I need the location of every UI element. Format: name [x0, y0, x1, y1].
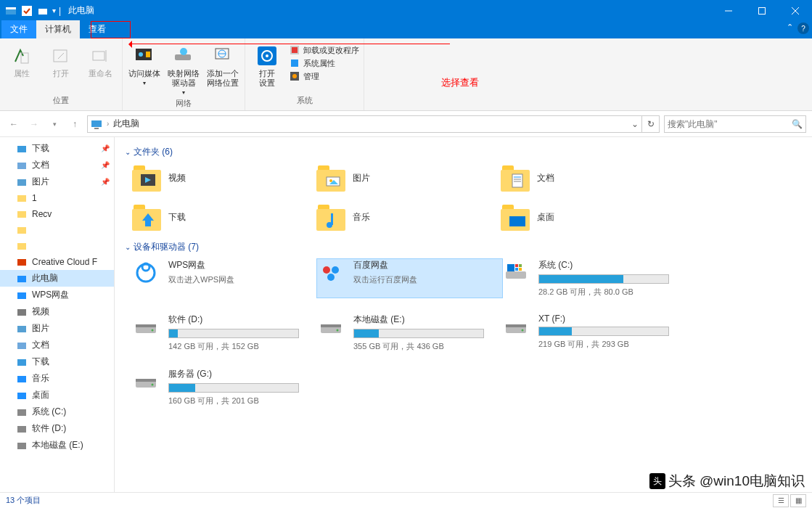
sidebar-item-folder1[interactable]: 1 — [0, 190, 114, 206]
navigation-bar: ← → ▾ ↑ › 此电脑 ⌄ ↻ 🔍 — [0, 111, 812, 137]
svg-rect-15 — [175, 54, 191, 60]
svg-rect-33 — [17, 195, 26, 202]
sidebar-item-music[interactable]: 音乐 — [0, 370, 114, 387]
sidebar-item-pictures2[interactable]: 图片 — [0, 320, 114, 337]
add-network-location-button[interactable]: 添加一个 网络位置 — [205, 41, 240, 88]
drive-subtext: 28.2 GB 可用，共 80.0 GB — [538, 287, 669, 298]
folder-desktop[interactable]: 桌面 — [501, 203, 660, 231]
videos-icon — [16, 306, 28, 318]
sidebar-item-pictures[interactable]: 图片📌 — [0, 173, 114, 190]
minimize-button[interactable] — [712, 0, 745, 21]
drive-subtext: 142 GB 可用，共 152 GB — [168, 341, 299, 352]
drive-wps[interactable]: WPS网盘双击进入WPS网盘 — [132, 259, 317, 298]
status-bar: 13 个项目 ☰ ▦ — [0, 492, 812, 508]
map-drive-button[interactable]: 映射网络 驱动器▾ — [166, 41, 201, 97]
sidebar-item-desktop[interactable]: 桌面 — [0, 387, 114, 403]
svg-rect-14 — [146, 52, 150, 57]
system-properties-button[interactable]: 系统属性 — [289, 57, 359, 69]
drive-baidu-icon — [317, 259, 345, 287]
folder-pictures[interactable]: 图片 — [316, 164, 476, 192]
drives-group-header[interactable]: ⌄ 设备和驱动器 (7) — [125, 241, 809, 253]
drive-e[interactable]: 本地磁盘 (E:)355 GB 可用，共 436 GB — [317, 314, 502, 352]
svg-point-78 — [337, 329, 339, 332]
ribbon-collapse-icon[interactable]: ⌃ — [787, 22, 793, 34]
sidebar-item-thispc[interactable]: 此电脑 — [0, 270, 114, 287]
folder-downloads[interactable]: 下载 — [132, 203, 292, 231]
sidebar-item-folder4[interactable] — [0, 238, 114, 254]
recent-locations-icon[interactable]: ▾ — [46, 116, 62, 132]
drive-subtext: 双击进入WPS网盘 — [168, 274, 234, 285]
maximize-button[interactable] — [745, 0, 779, 21]
back-button[interactable]: ← — [6, 116, 22, 132]
drive-d[interactable]: 软件 (D:)142 GB 可用，共 152 GB — [132, 314, 317, 352]
sidebar-item-downloads[interactable]: 下载📌 — [0, 140, 114, 157]
toutiao-icon: 头 — [649, 473, 665, 489]
sidebar-item-documents[interactable]: 文档📌 — [0, 157, 114, 173]
search-icon[interactable]: 🔍 — [792, 119, 803, 129]
search-input[interactable] — [668, 119, 792, 129]
tab-file[interactable]: 文件 — [1, 20, 36, 38]
search-box[interactable]: 🔍 — [664, 115, 806, 133]
sidebar-item-wps[interactable]: WPS网盘 — [0, 287, 114, 303]
svg-point-52 — [329, 179, 332, 182]
open-button[interactable]: 打开 — [44, 41, 78, 78]
svg-rect-70 — [519, 264, 522, 267]
tab-computer[interactable]: 计算机 — [36, 20, 80, 38]
address-bar[interactable]: › 此电脑 ⌄ — [87, 115, 642, 133]
uninstall-button[interactable]: 卸载或更改程序 — [289, 44, 359, 56]
drive-baidu[interactable]: 百度网盘双击运行百度网盘 — [317, 259, 502, 298]
chevron-down-icon: ⌄ — [125, 148, 131, 156]
svg-rect-77 — [321, 324, 341, 327]
desktop-folder-icon — [501, 203, 530, 231]
folders-group-header[interactable]: ⌄ 文件夹 (6) — [125, 146, 809, 158]
qat-dropdown-icon[interactable]: ▾ — [52, 7, 56, 15]
svg-rect-42 — [17, 343, 26, 349]
sidebar-item-drived[interactable]: 软件 (D:) — [0, 420, 114, 437]
drive-usage-bar — [538, 327, 669, 336]
drive-c[interactable]: 系统 (C:)28.2 GB 可用，共 80.0 GB — [502, 259, 687, 298]
details-view-button[interactable]: ☰ — [773, 494, 789, 507]
sidebar-item-label: 文档 — [32, 339, 49, 351]
up-button[interactable]: ↑ — [67, 116, 83, 132]
access-media-button[interactable]: 访问媒体▾ — [127, 41, 162, 87]
properties-button[interactable]: 属性 — [4, 41, 39, 78]
folder-videos[interactable]: 视频 — [132, 164, 292, 192]
manage-button[interactable]: 管理 — [289, 70, 359, 82]
window-title: 此电脑 — [68, 4, 94, 17]
refresh-button[interactable]: ↻ — [642, 115, 660, 133]
folder-documents[interactable]: 文档 — [501, 164, 660, 192]
svg-rect-74 — [136, 324, 156, 327]
icons-view-button[interactable]: ▦ — [790, 494, 806, 507]
folder-icon[interactable] — [36, 4, 49, 17]
drive-usage-bar — [353, 329, 484, 338]
svg-rect-37 — [17, 259, 26, 266]
sidebar-item-label: 图片 — [32, 176, 49, 188]
rename-button[interactable]: 重命名 — [83, 41, 118, 78]
sidebar-item-videos[interactable]: 视频 — [0, 303, 114, 320]
pin-icon: 📌 — [101, 144, 110, 152]
save-icon[interactable] — [20, 4, 33, 17]
svg-rect-83 — [136, 379, 156, 382]
drivec-icon — [16, 406, 28, 418]
drive-name: 服务器 (G:) — [168, 368, 299, 380]
address-dropdown-icon[interactable]: ⌄ — [631, 119, 639, 129]
drive-g[interactable]: 服务器 (G:)160 GB 可用，共 201 GB — [132, 368, 317, 406]
address-location: 此电脑 — [113, 118, 139, 130]
sidebar-item-folder3[interactable] — [0, 222, 114, 238]
sidebar-item-drivee[interactable]: 本地磁盘 (E:) — [0, 437, 114, 454]
drive-f[interactable]: XT (F:)219 GB 可用，共 293 GB — [502, 314, 687, 352]
sidebar-item-downloads2[interactable]: 下载 — [0, 353, 114, 370]
open-settings-button[interactable]: 打开 设置 — [250, 41, 284, 88]
desktop-icon — [16, 390, 28, 401]
folder-music[interactable]: 音乐 — [316, 203, 476, 231]
forward-button[interactable]: → — [26, 116, 42, 132]
sidebar-item-creative[interactable]: Creative Cloud F — [0, 254, 114, 270]
help-icon[interactable]: ? — [797, 22, 809, 34]
sidebar-item-folder2[interactable]: Recv — [0, 206, 114, 222]
drive-name: 系统 (C:) — [538, 259, 669, 271]
svg-rect-48 — [17, 443, 26, 449]
chevron-down-icon: ⌄ — [125, 243, 131, 251]
sidebar-item-drivec[interactable]: 系统 (C:) — [0, 403, 114, 420]
close-button[interactable] — [779, 0, 812, 21]
sidebar-item-documents2[interactable]: 文档 — [0, 337, 114, 353]
